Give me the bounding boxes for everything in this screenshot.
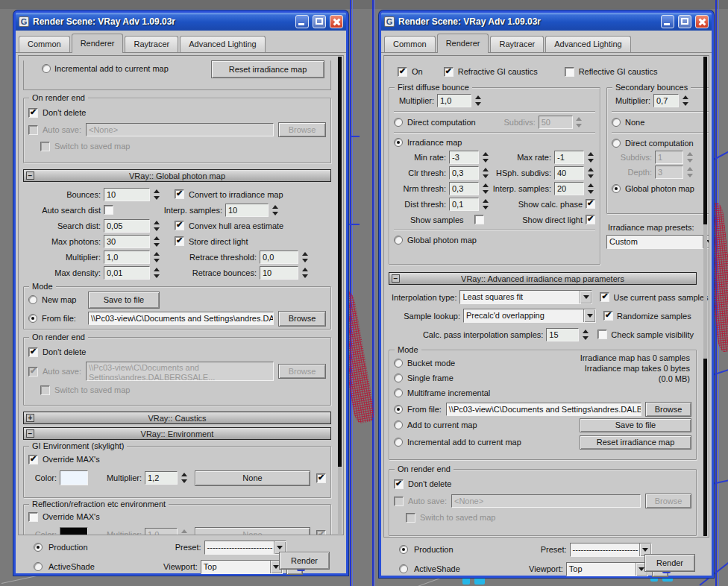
from-file-radio[interactable] bbox=[28, 314, 37, 323]
map-enable-checkbox[interactable] bbox=[316, 530, 326, 536]
multiplier-field[interactable]: 1,0 bbox=[104, 251, 150, 264]
spinner-arrows-icon[interactable] bbox=[480, 182, 490, 195]
irradiance-map-radio[interactable] bbox=[394, 138, 403, 147]
spinner-arrows-icon[interactable] bbox=[685, 166, 694, 179]
dist-thresh-field[interactable]: 0,1 bbox=[449, 198, 479, 211]
multiframe-radio[interactable] bbox=[394, 388, 403, 397]
browse-button[interactable]: Browse bbox=[645, 402, 691, 417]
bounces-spinner[interactable]: 10 bbox=[104, 188, 161, 201]
dont-delete-checkbox[interactable] bbox=[28, 108, 38, 118]
tab-advanced-lighting[interactable]: Advanced Lighting bbox=[545, 36, 631, 52]
calc-pass-spinner[interactable]: 15 bbox=[546, 328, 590, 341]
spinner-arrows-icon[interactable] bbox=[151, 266, 161, 280]
spinner-arrows-icon[interactable] bbox=[179, 528, 189, 535]
auto-save-checkbox[interactable] bbox=[394, 497, 404, 506]
fdb-multiplier-field[interactable]: 1,0 bbox=[437, 94, 471, 107]
max-density-spinner[interactable]: 0,01 bbox=[104, 266, 161, 280]
tab-common[interactable]: Common bbox=[384, 36, 436, 52]
clr-thresh-field[interactable]: 0,3 bbox=[449, 166, 479, 180]
spinner-arrows-icon[interactable] bbox=[586, 151, 595, 164]
interp-samples-field[interactable]: 10 bbox=[225, 204, 269, 217]
sb-global-photon-map-radio[interactable] bbox=[612, 184, 621, 193]
bounces-field[interactable]: 10 bbox=[104, 188, 150, 201]
show-samples-checkbox[interactable] bbox=[474, 215, 484, 224]
collapse-icon[interactable]: − bbox=[26, 429, 34, 438]
fdb-subdivs-spinner[interactable]: 50 bbox=[539, 116, 584, 129]
spinner-arrows-icon[interactable] bbox=[151, 219, 161, 233]
interp-samples-field[interactable]: 20 bbox=[554, 182, 584, 195]
bucket-mode-radio[interactable] bbox=[394, 359, 403, 368]
sb-subdivs-field[interactable]: 1 bbox=[655, 151, 683, 164]
reset-irradiance-map-button[interactable]: Reset irradiance map bbox=[580, 435, 691, 450]
auto-save-field[interactable]: <None> bbox=[86, 123, 274, 136]
spinner-arrows-icon[interactable] bbox=[580, 328, 590, 341]
maximize-button[interactable] bbox=[313, 15, 326, 28]
from-file-path-field[interactable]: \\Pc03-view\C\Documents and Settings\and… bbox=[88, 312, 274, 325]
spinner-arrows-icon[interactable] bbox=[480, 166, 490, 180]
color-swatch[interactable] bbox=[60, 470, 88, 485]
show-direct-light-checkbox[interactable] bbox=[586, 215, 595, 224]
sb-none-radio[interactable] bbox=[612, 118, 621, 127]
minimize-button[interactable] bbox=[661, 15, 674, 28]
viewport-dropdown[interactable]: Top bbox=[566, 562, 648, 576]
refl-multiplier-spinner[interactable]: 1,0 bbox=[145, 528, 189, 535]
collapse-icon[interactable]: − bbox=[26, 171, 34, 180]
spinner-arrows-icon[interactable] bbox=[300, 251, 310, 264]
tab-raytracer[interactable]: Raytracer bbox=[490, 36, 544, 52]
override-maxs-checkbox[interactable] bbox=[28, 455, 38, 464]
use-current-pass-checkbox[interactable] bbox=[600, 292, 609, 302]
min-rate-spinner[interactable]: -3 bbox=[449, 151, 490, 164]
incremental-add-radio[interactable] bbox=[42, 64, 51, 73]
min-rate-field[interactable]: -3 bbox=[449, 151, 479, 164]
spinner-arrows-icon[interactable] bbox=[473, 94, 483, 107]
new-map-radio[interactable] bbox=[28, 295, 37, 304]
browse-button[interactable]: Browse bbox=[645, 494, 691, 508]
spinner-arrows-icon[interactable] bbox=[685, 151, 694, 164]
search-dist-spinner[interactable]: 0,05 bbox=[104, 219, 161, 233]
auto-search-dist-checkbox[interactable] bbox=[104, 205, 113, 215]
auto-save-field[interactable]: \\Pc03-view\C\Documents andSettings\andr… bbox=[86, 362, 274, 381]
spinner-arrows-icon[interactable] bbox=[270, 204, 280, 217]
auto-save-checkbox[interactable] bbox=[28, 367, 38, 377]
interpolation-type-dropdown[interactable]: Least squares fit bbox=[459, 290, 592, 304]
sb-subdivs-spinner[interactable]: 1 bbox=[655, 151, 694, 164]
spinner-arrows-icon[interactable] bbox=[586, 182, 595, 195]
fdb-subdivs-field[interactable]: 50 bbox=[539, 116, 573, 129]
environment-map-none-button[interactable]: None bbox=[195, 470, 310, 486]
randomize-samples-checkbox[interactable] bbox=[603, 311, 613, 321]
max-rate-field[interactable]: -1 bbox=[554, 151, 584, 164]
show-calc-phase-checkbox[interactable] bbox=[586, 199, 595, 209]
preset-dropdown[interactable]: ------------------------ bbox=[570, 543, 652, 557]
spinner-arrows-icon[interactable] bbox=[586, 166, 595, 180]
production-radio[interactable] bbox=[34, 543, 43, 552]
activeshade-radio[interactable] bbox=[399, 564, 408, 573]
store-direct-light-checkbox[interactable] bbox=[175, 236, 184, 246]
multiplier-spinner[interactable]: 1,0 bbox=[104, 251, 161, 264]
sample-lookup-dropdown[interactable]: Precalc'd overlapping bbox=[463, 309, 596, 323]
spinner-arrows-icon[interactable] bbox=[300, 266, 310, 280]
save-to-file-button[interactable]: Save to file bbox=[580, 418, 691, 432]
environment-map-none-button[interactable]: None bbox=[195, 527, 310, 536]
max-photons-spinner[interactable]: 30 bbox=[104, 235, 161, 248]
switch-to-saved-checkbox[interactable] bbox=[40, 142, 50, 151]
auto-save-checkbox[interactable] bbox=[28, 125, 38, 135]
interp-samples-spinner[interactable]: 10 bbox=[225, 204, 280, 217]
refl-multiplier-field[interactable]: 1,0 bbox=[145, 528, 178, 535]
sb-multiplier-field[interactable]: 0,7 bbox=[653, 94, 679, 107]
close-button[interactable] bbox=[330, 15, 343, 28]
switch-to-saved-checkbox[interactable] bbox=[40, 385, 50, 395]
single-frame-radio[interactable] bbox=[394, 374, 403, 382]
expand-icon[interactable]: + bbox=[26, 414, 34, 422]
spinner-arrows-icon[interactable] bbox=[480, 151, 490, 164]
spinner-arrows-icon[interactable] bbox=[480, 198, 490, 211]
close-button[interactable] bbox=[695, 15, 709, 28]
tab-renderer[interactable]: Renderer bbox=[437, 34, 489, 53]
sb-multiplier-spinner[interactable]: 0,7 bbox=[653, 94, 690, 107]
nrm-thresh-field[interactable]: 0,3 bbox=[449, 182, 479, 195]
fdb-multiplier-spinner[interactable]: 1,0 bbox=[437, 94, 483, 107]
maximize-button[interactable] bbox=[678, 15, 691, 28]
gi-multiplier-spinner[interactable]: 1,2 bbox=[145, 471, 189, 485]
spinner-arrows-icon[interactable] bbox=[574, 116, 584, 129]
max-rate-spinner[interactable]: -1 bbox=[554, 151, 595, 164]
chevron-down-icon[interactable] bbox=[580, 291, 592, 303]
